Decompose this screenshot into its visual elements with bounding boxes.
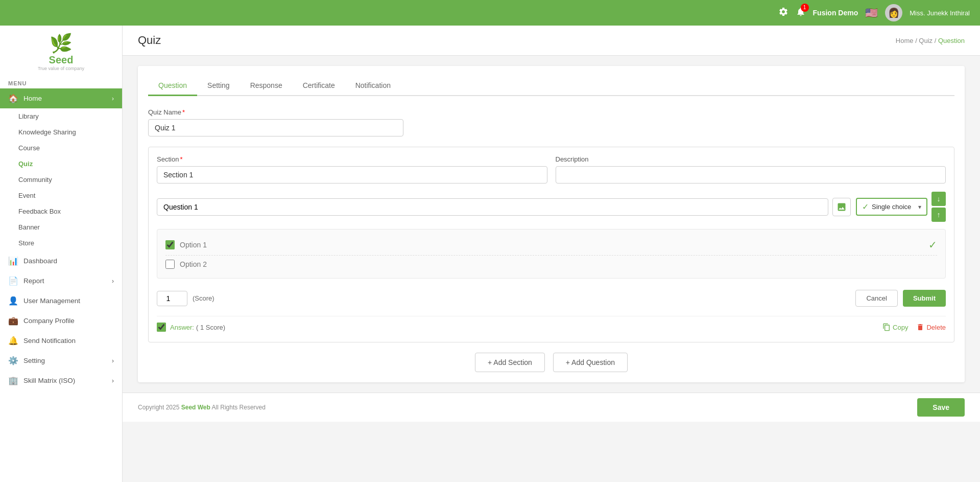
skill-matrix-chevron-icon: › — [112, 377, 114, 384]
quiz-name-label: Quiz Name* — [148, 108, 954, 116]
sidebar-item-home[interactable]: 🏠 Home › — [0, 88, 122, 108]
breadcrumb-current: Question — [938, 37, 965, 44]
dashboard-icon: 📊 — [8, 256, 18, 266]
sidebar-item-setting[interactable]: ⚙️ Setting › — [0, 351, 122, 371]
sidebar-sub-item-community[interactable]: Community — [0, 172, 122, 188]
question-row: ✓ Single choice ▾ ↓ ↑ — [157, 192, 946, 222]
submit-button[interactable]: Submit — [903, 290, 946, 307]
copy-button[interactable]: Copy — [882, 323, 908, 331]
move-down-btn[interactable]: ↓ — [931, 192, 946, 206]
footer-copyright-text: Copyright 2025 Seed Web All Rights Reser… — [138, 404, 917, 411]
setting-icon: ⚙️ — [8, 356, 18, 365]
logo-block: 🌿 Seed True value of company — [0, 26, 122, 75]
tab-question[interactable]: Question — [148, 76, 197, 96]
company-name: Fusion Demo — [813, 9, 858, 17]
sidebar-item-dashboard[interactable]: 📊 Dashboard — [0, 251, 122, 271]
tab-setting[interactable]: Setting — [197, 76, 240, 96]
sidebar-sub-item-course[interactable]: Course — [0, 140, 122, 156]
option2-checkbox[interactable] — [165, 260, 175, 269]
type-check-icon: ✓ — [862, 202, 869, 212]
arrow-btns: ↓ ↑ — [931, 192, 946, 222]
answer-score: ( 1 Score) — [196, 324, 225, 331]
sidebar-sub-item-store[interactable]: Store — [0, 235, 122, 251]
breadcrumb-quiz[interactable]: Quiz — [919, 37, 933, 44]
sidebar-setting-label: Setting — [23, 357, 45, 364]
option-row-1: ✓ — [165, 235, 937, 256]
sidebar-item-skill-matrix[interactable]: 🏢 Skill Matrix (ISO) › — [0, 371, 122, 391]
setting-chevron-icon: › — [112, 357, 114, 364]
sidebar-sub-item-library[interactable]: Library — [0, 108, 122, 124]
option2-input[interactable] — [180, 260, 937, 268]
tab-certificate[interactable]: Certificate — [293, 76, 345, 96]
tab-response[interactable]: Response — [240, 76, 293, 96]
logo-tagline: True value of company — [0, 66, 122, 71]
sidebar-sub-item-knowledge[interactable]: Knowledge Sharing — [0, 124, 122, 140]
description-input[interactable] — [556, 166, 946, 183]
main-card: Question Setting Response Certificate No… — [138, 66, 965, 382]
sidebar-sub-item-event[interactable]: Event — [0, 188, 122, 203]
user-mgmt-icon: 👤 — [8, 296, 18, 306]
flag-icon[interactable]: 🇺🇸 — [865, 7, 878, 19]
save-bar: Copyright 2025 Seed Web All Rights Reser… — [123, 393, 980, 422]
delete-button[interactable]: Delete — [916, 323, 946, 331]
sidebar-send-notification-label: Send Notification — [23, 337, 76, 345]
company-profile-icon: 💼 — [8, 316, 18, 326]
score-unit-label: (Score) — [193, 294, 214, 302]
quiz-name-input[interactable] — [148, 119, 403, 136]
sidebar-sub-item-banner[interactable]: Banner — [0, 219, 122, 235]
sidebar-item-user-mgmt[interactable]: 👤 User Management — [0, 291, 122, 311]
sidebar-item-company-profile[interactable]: 💼 Company Profile — [0, 311, 122, 331]
type-chevron-down-icon: ▾ — [918, 203, 921, 211]
cancel-button[interactable]: Cancel — [855, 290, 897, 307]
footer-brand: Seed Web — [181, 404, 210, 411]
question-type-label: Single choice — [872, 203, 911, 211]
header-icons: 1 Fusion Demo 🇺🇸 👩 Miss. Junekk Inthiral — [778, 4, 970, 21]
breadcrumb-sep2: / — [935, 37, 938, 44]
sidebar-item-report[interactable]: 📄 Report › — [0, 271, 122, 291]
answer-label: Answer: — [170, 324, 194, 331]
add-question-button[interactable]: + Add Question — [553, 353, 628, 372]
option1-input[interactable] — [180, 241, 923, 249]
menu-label: MENU — [0, 75, 122, 88]
sidebar-item-send-notification[interactable]: 🔔 Send Notification — [0, 331, 122, 351]
add-section-button[interactable]: + Add Section — [475, 353, 545, 372]
option-row-2 — [165, 256, 937, 273]
layout: 🌿 Seed True value of company MENU 🏠 Home… — [0, 26, 980, 482]
report-icon: 📄 — [8, 276, 18, 286]
option1-checkbox[interactable] — [165, 240, 175, 249]
tab-notification[interactable]: Notification — [345, 76, 401, 96]
top-header: 1 Fusion Demo 🇺🇸 👩 Miss. Junekk Inthiral — [0, 0, 980, 26]
sidebar-sub-item-quiz[interactable]: Quiz — [0, 156, 122, 172]
report-chevron-icon: › — [112, 278, 114, 285]
send-notification-icon: 🔔 — [8, 336, 18, 346]
answer-checkbox[interactable] — [157, 323, 166, 332]
breadcrumb-home[interactable]: Home — [896, 37, 914, 44]
sidebar-skill-matrix-label: Skill Matrix (ISO) — [23, 377, 75, 384]
question-image-btn[interactable] — [832, 198, 851, 216]
description-label: Description — [556, 155, 946, 163]
option1-correct-icon: ✓ — [928, 239, 937, 251]
score-actions: Cancel Submit — [855, 290, 946, 307]
move-up-btn[interactable]: ↑ — [931, 208, 946, 222]
sidebar-report-label: Report — [23, 277, 44, 285]
save-button[interactable]: Save — [917, 398, 965, 417]
sidebar-sub-item-feedback[interactable]: Feedback Box — [0, 203, 122, 219]
sidebar-user-mgmt-label: User Management — [23, 297, 80, 305]
question-type-select[interactable]: ✓ Single choice ▾ — [856, 198, 927, 216]
sidebar-dashboard-label: Dashboard — [23, 257, 57, 265]
sidebar-company-profile-label: Company Profile — [23, 317, 75, 325]
home-icon: 🏠 — [8, 94, 18, 103]
avatar[interactable]: 👩 — [885, 4, 902, 21]
content-area: Question Setting Response Certificate No… — [123, 56, 980, 393]
sidebar: 🌿 Seed True value of company MENU 🏠 Home… — [0, 26, 123, 482]
settings-icon-btn[interactable] — [778, 7, 788, 19]
question-input[interactable] — [157, 198, 828, 216]
section-label: Section* — [157, 155, 547, 163]
section-input[interactable] — [157, 166, 547, 183]
section-description-row: Section* Description — [157, 155, 946, 183]
options-area: ✓ — [157, 229, 946, 279]
sidebar-home-label: Home — [23, 95, 42, 102]
score-input[interactable] — [157, 291, 187, 306]
notification-icon-btn[interactable]: 1 — [796, 7, 806, 19]
score-row: (Score) Cancel Submit — [157, 285, 946, 312]
